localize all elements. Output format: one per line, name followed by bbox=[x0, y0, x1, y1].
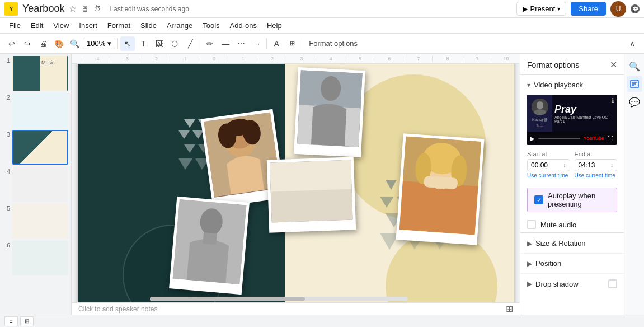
line-button[interactable]: ╱ bbox=[183, 36, 198, 51]
toolbar-separator-4 bbox=[302, 38, 302, 49]
video-progress-bar[interactable] bbox=[538, 138, 580, 139]
menu-arrange[interactable]: Arrange bbox=[162, 20, 197, 31]
shapes-button[interactable]: ⬡ bbox=[167, 36, 182, 51]
horizontal-scrollbar-thumb[interactable] bbox=[150, 297, 305, 301]
menu-insert[interactable]: Insert bbox=[74, 20, 102, 31]
fullscreen-icon[interactable]: ⛶ bbox=[608, 136, 613, 142]
notifications-icon[interactable]: 💬 bbox=[631, 4, 640, 13]
zoom-level[interactable]: 100% ▾ bbox=[83, 38, 115, 49]
slide-num-6: 6 bbox=[2, 241, 10, 249]
size-rotation-label: Size & Rotation bbox=[535, 239, 586, 247]
menu-help[interactable]: Help bbox=[262, 20, 286, 31]
menu-addons[interactable]: Add-ons bbox=[225, 20, 261, 31]
image-button[interactable]: 🖼 bbox=[152, 36, 166, 51]
menu-file[interactable]: File bbox=[4, 20, 25, 31]
format-panel-header: Format options ✕ bbox=[520, 54, 624, 75]
photo-frame-5 bbox=[396, 133, 484, 245]
menu-edit[interactable]: Edit bbox=[26, 20, 48, 31]
grid-view-button[interactable]: ⊞ bbox=[20, 316, 34, 326]
format-options-panel: Format options ✕ ▾ Video playback bbox=[520, 54, 624, 315]
menu-tools[interactable]: Tools bbox=[198, 20, 224, 31]
mute-checkbox[interactable] bbox=[527, 220, 536, 229]
slide-thumb-2[interactable]: 2 bbox=[2, 93, 69, 128]
present-button[interactable]: ▶ Present ▾ bbox=[516, 2, 566, 16]
menu-format[interactable]: Format bbox=[103, 20, 135, 31]
drop-shadow-left: ▶ Drop shadow bbox=[527, 280, 579, 288]
explore-icon[interactable]: 🔍 bbox=[627, 58, 642, 74]
arrow-button[interactable]: → bbox=[250, 36, 264, 51]
video-playback-header[interactable]: ▾ Video playback bbox=[520, 75, 624, 95]
undo-button[interactable]: ↩ bbox=[4, 36, 19, 51]
start-time-label: Start at bbox=[527, 151, 570, 157]
add-slide-icon[interactable]: ⊞ bbox=[506, 303, 513, 314]
slide-thumb-6[interactable]: 6 bbox=[2, 241, 69, 275]
toolbar: ↩ ↪ 🖨 🎨 🔍 100% ▾ ↖ T 🖼 ⬡ ╱ ✏ — ⋯ → A ⊞ F… bbox=[0, 34, 644, 54]
speaker-notes: Click to add speaker notes ⊞ bbox=[72, 302, 520, 315]
text-button[interactable]: T bbox=[136, 36, 151, 51]
star-icon[interactable]: ☆ bbox=[69, 3, 77, 14]
line-dash-button[interactable]: ⋯ bbox=[234, 36, 248, 51]
slide-thumb-5[interactable]: 5 bbox=[2, 204, 69, 239]
svg-rect-47 bbox=[424, 176, 458, 189]
zoom-chevron: ▾ bbox=[107, 39, 111, 48]
ruler-mark: 2 bbox=[257, 56, 286, 62]
menu-slide[interactable]: Slide bbox=[136, 20, 161, 31]
slide-image-3[interactable] bbox=[12, 130, 68, 165]
start-time-input[interactable]: 00:00 ↕ bbox=[527, 159, 570, 171]
share-button[interactable]: Share bbox=[571, 2, 606, 16]
zoom-in-button[interactable]: 🔍 bbox=[67, 36, 82, 51]
bottom-bar: ≡ ⊞ bbox=[0, 315, 644, 327]
slide-image-6[interactable] bbox=[12, 241, 68, 275]
position-section[interactable]: ▶ Position bbox=[520, 253, 624, 273]
svg-point-49 bbox=[537, 101, 543, 109]
line-weight-button[interactable]: — bbox=[218, 36, 233, 51]
comments-icon[interactable]: 💬 bbox=[627, 94, 642, 110]
video-playback-label: Video playback bbox=[534, 81, 583, 89]
slide-image-4[interactable] bbox=[12, 167, 68, 202]
use-current-time-start[interactable]: Use current time bbox=[527, 172, 570, 179]
end-time-input[interactable]: 04:13 ↕ bbox=[575, 159, 618, 171]
accessible-text-button[interactable]: ⊞ bbox=[285, 36, 299, 51]
drop-shadow-checkbox[interactable] bbox=[608, 279, 617, 288]
slide-image-2[interactable] bbox=[12, 93, 68, 128]
autoplay-checkbox[interactable]: ✓ bbox=[534, 195, 543, 204]
slide-thumb-4[interactable]: 4 bbox=[2, 167, 69, 202]
paint-format-button[interactable]: 🎨 bbox=[51, 36, 66, 51]
end-time-stepper[interactable]: ↕ bbox=[610, 162, 613, 169]
video-channel: Klang(클링... bbox=[529, 117, 550, 128]
redo-button[interactable]: ↪ bbox=[20, 36, 35, 51]
list-view-button[interactable]: ≡ bbox=[4, 316, 18, 326]
drop-shadow-chevron: ▶ bbox=[527, 280, 532, 288]
size-rotation-section[interactable]: ▶ Size & Rotation bbox=[520, 233, 624, 253]
cursor-button[interactable]: ↖ bbox=[120, 36, 135, 51]
speaker-notes-text[interactable]: Click to add speaker notes bbox=[78, 305, 157, 313]
play-icon[interactable]: ▶ bbox=[530, 136, 535, 142]
present-icon: ▶ bbox=[523, 5, 528, 13]
slide-viewport[interactable] bbox=[72, 64, 520, 302]
wordart-button[interactable]: A bbox=[269, 36, 284, 51]
toolbar-collapse[interactable]: ∧ bbox=[625, 36, 640, 51]
position-left: ▶ Position bbox=[527, 259, 561, 268]
drop-shadow-section[interactable]: ▶ Drop shadow bbox=[520, 273, 624, 294]
horizontal-scrollbar-track[interactable] bbox=[150, 297, 408, 301]
slide-image-5[interactable] bbox=[12, 204, 68, 239]
start-time-value: 00:00 bbox=[531, 161, 548, 169]
slide-thumb-3[interactable]: 3 bbox=[2, 130, 69, 165]
format-panel-close-button[interactable]: ✕ bbox=[610, 59, 617, 70]
position-chevron: ▶ bbox=[527, 260, 532, 268]
print-button[interactable]: 🖨 bbox=[36, 36, 50, 51]
slide-thumb-1[interactable]: 1 Music bbox=[2, 56, 69, 91]
use-current-time-end[interactable]: Use current time bbox=[575, 172, 618, 179]
video-controls: ▶ YouTube ⛶ bbox=[527, 132, 617, 145]
ruler-mark: 7 bbox=[403, 56, 432, 62]
format-options-icon[interactable] bbox=[627, 76, 642, 92]
pen-button[interactable]: ✏ bbox=[203, 36, 217, 51]
svg-marker-2 bbox=[184, 119, 195, 128]
slide-image-1[interactable]: Music bbox=[12, 56, 68, 91]
start-time-stepper[interactable]: ↕ bbox=[563, 162, 566, 169]
main-area: 1 Music 2 3 4 5 bbox=[0, 54, 644, 315]
menu-view[interactable]: View bbox=[49, 20, 73, 31]
video-thumbnail: Klang(클링... Pray Angela Carr Manifest Lo… bbox=[527, 95, 617, 145]
zoom-value: 100% bbox=[87, 39, 105, 48]
ruler-mark: 1 bbox=[228, 56, 257, 62]
